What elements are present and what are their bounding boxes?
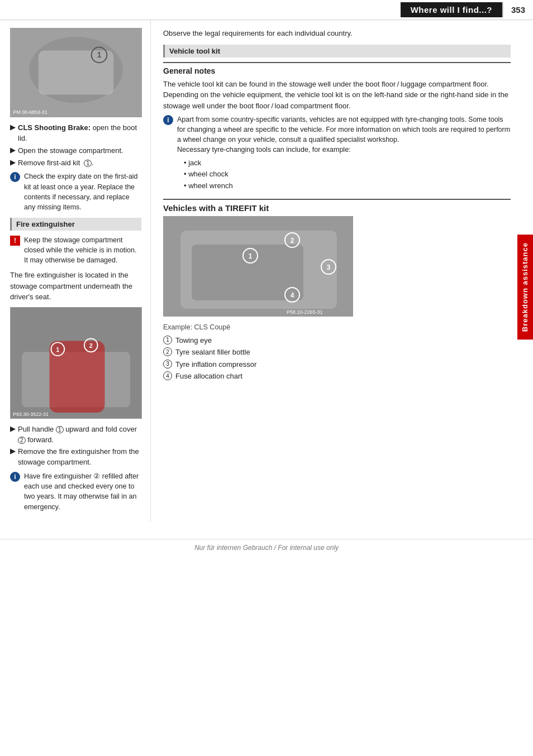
vehicle-tool-section-header: Vehicle tool kit <box>163 45 511 58</box>
fire-text: The fire extinguisher is located in the … <box>10 270 141 303</box>
svg-rect-16 <box>192 245 303 300</box>
header-title: Where will I find...? <box>401 2 502 17</box>
info-block-bottom: i Have fire extinguisher ② refilled afte… <box>10 471 141 512</box>
warning-text: Keep the stowage compartment closed whil… <box>24 235 141 265</box>
boot-diagram-svg: 1 PM 00-6853-31 <box>11 28 141 117</box>
fire-extinguisher-image: 1 2 P93.30-3522-31 <box>10 307 142 419</box>
svg-text:2: 2 <box>89 342 93 349</box>
info-block-top: i Check the expiry date on the first-aid… <box>10 171 141 212</box>
tool-jack: jack <box>184 157 511 169</box>
svg-text:1: 1 <box>97 50 102 59</box>
info-icon-bottom: i <box>10 472 20 482</box>
section-divider-1 <box>163 62 511 63</box>
page-number: 353 <box>502 2 533 17</box>
tirefit-image: 2 3 1 4 P58.10-2265-31 <box>163 216 353 317</box>
tirefit-item-4: 4 Fuse allocation chart <box>163 371 511 382</box>
svg-text:1: 1 <box>56 346 59 353</box>
info-icon-tyre: i <box>163 115 173 125</box>
general-notes-text: The vehicle tool kit can be found in the… <box>163 79 511 112</box>
info-icon-top: i <box>10 172 20 182</box>
svg-text:3: 3 <box>327 264 331 271</box>
svg-text:PM 00-6853-31: PM 00-6853-31 <box>13 109 47 115</box>
section-divider-2 <box>163 199 511 200</box>
cls-label: CLS Shooting Brake: <box>18 123 91 132</box>
svg-rect-2 <box>39 51 113 95</box>
tirefit-diagram: 2 3 1 4 P58.10-2265-31 <box>164 217 353 317</box>
general-notes-header: General notes <box>163 66 511 75</box>
tool-wheel-chock: wheel chock <box>184 169 511 180</box>
tirefit-items-list: 1 Towing eye 2 Tyre sealant filler bottl… <box>163 335 511 382</box>
svg-text:1: 1 <box>249 252 253 260</box>
warning-icon: ! <box>10 236 20 246</box>
page-header: Where will I find...? 353 <box>0 0 533 20</box>
fire-extinguisher-diagram: 1 2 P93.30-3522-31 <box>11 308 141 418</box>
bullet-remove-first-aid: ▶ Remove first-aid kit 1. <box>10 158 141 169</box>
tirefit-item-3: 3 Tyre inflation compressor <box>163 359 511 370</box>
info-text-tyre: Apart from some country-specific variant… <box>177 116 510 143</box>
tirefit-example: Example: CLS Coupé <box>163 322 511 333</box>
left-column: 1 PM 00-6853-31 ▶ CLS Shooting Brake: op… <box>0 20 151 522</box>
footer: Nur für internen Gebrauch / For internal… <box>0 539 533 555</box>
tirefit-item-1: 1 Towing eye <box>163 335 511 346</box>
fire-section-header: Fire extinguisher <box>10 218 141 231</box>
breakdown-assistance-tab: Breakdown assistance <box>517 235 533 339</box>
tools-list: jack wheel chock wheel wrench <box>184 157 511 192</box>
main-content: 1 PM 00-6853-31 ▶ CLS Shooting Brake: op… <box>0 20 533 522</box>
tirefit-item-2: 2 Tyre sealant filler bottle <box>163 347 511 358</box>
bullet-remove-extinguisher: ▶ Remove the fire extinguisher from the … <box>10 447 141 468</box>
svg-text:P58.10-2265-31: P58.10-2265-31 <box>287 309 323 315</box>
bullet-open-stowage: ▶ Open the stowage compartment. <box>10 146 141 156</box>
intro-text: Observe the legal requirements for each … <box>163 28 511 39</box>
svg-text:4: 4 <box>291 291 294 299</box>
info-text-bottom: Have fire extinguisher ② refilled after … <box>24 471 141 512</box>
svg-text:P93.30-3522-31: P93.30-3522-31 <box>13 412 49 417</box>
tirefit-header: Vehicles with a TIREFIT kit <box>163 203 511 213</box>
info-text-tyre-example-intro: Necessary tyre-changing tools can includ… <box>177 146 351 154</box>
svg-text:2: 2 <box>291 237 294 245</box>
boot-image: 1 PM 00-6853-31 <box>10 28 142 117</box>
warning-block: ! Keep the stowage compartment closed wh… <box>10 235 141 265</box>
bullet-cls-shooting-brake: ▶ CLS Shooting Brake: open the boot lid. <box>10 123 141 144</box>
tool-wheel-wrench: wheel wrench <box>184 180 511 192</box>
right-column: Observe the legal requirements for each … <box>151 20 533 522</box>
info-text-top: Check the expiry date on the first-aid k… <box>24 171 141 212</box>
info-block-tyre: i Apart from some country-specific varia… <box>163 114 511 194</box>
bullet-pull-handle: ▶ Pull handle 1 upward and fold cover 2 … <box>10 424 141 446</box>
